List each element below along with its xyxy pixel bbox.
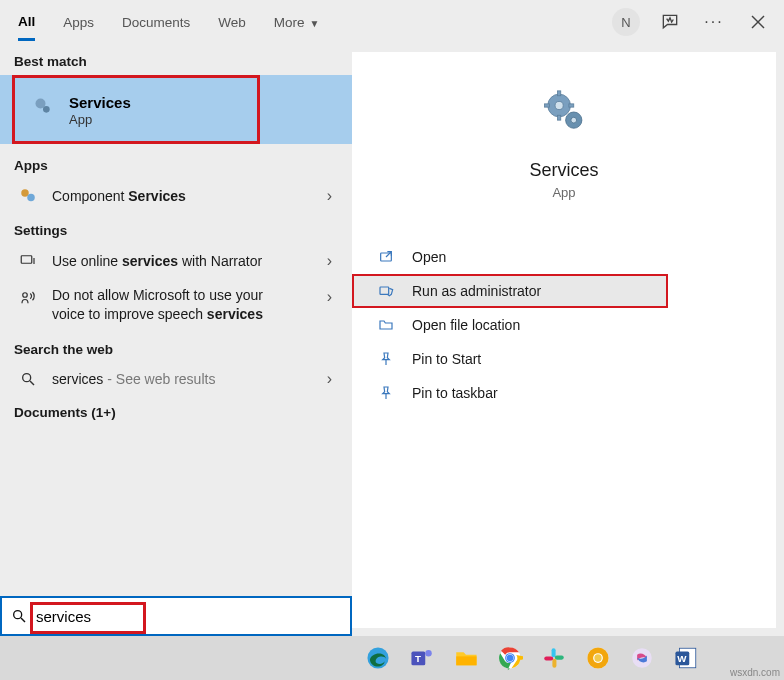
action-label: Run as administrator [412,283,541,299]
close-button[interactable] [744,8,772,36]
admin-shield-icon [378,283,396,299]
action-label: Pin to taskbar [412,385,498,401]
action-run-as-admin[interactable]: Run as administrator [352,274,668,308]
tab-more[interactable]: More ▼ [274,5,319,39]
svg-rect-33 [552,648,556,657]
result-text: services [52,371,103,387]
detail-subtitle: App [352,185,776,200]
action-label: Open [412,249,446,265]
section-search-web: Search the web [0,332,352,363]
caret-down-icon: ▼ [307,18,320,29]
best-match-title: Services [69,94,131,111]
action-open-file-location[interactable]: Open file location [352,308,776,342]
taskbar-app-purple[interactable] [624,640,660,676]
svg-rect-19 [380,287,389,294]
open-icon [378,249,396,265]
svg-rect-13 [558,115,561,120]
taskbar-chrome[interactable] [492,640,528,676]
taskbar-word[interactable]: W [668,640,704,676]
detail-title: Services [352,160,776,181]
user-avatar[interactable]: N [612,8,640,36]
taskbar: T W [0,636,784,680]
tab-web[interactable]: Web [218,5,246,39]
taskbar-teams[interactable]: T [404,640,440,676]
section-best-match: Best match [0,44,352,75]
taskbar-chrome-canary[interactable] [580,640,616,676]
svg-point-8 [23,373,31,381]
svg-text:T: T [415,653,421,664]
taskbar-edge[interactable] [360,640,396,676]
search-tabs: All Apps Documents Web More ▼ N ··· [0,0,784,44]
speech-icon [16,289,40,307]
svg-rect-12 [558,91,561,96]
tab-apps[interactable]: Apps [63,5,94,39]
svg-point-27 [425,650,432,657]
svg-line-23 [21,618,25,622]
svg-point-3 [43,106,50,113]
pin-icon [378,351,396,367]
chevron-right-icon: › [327,370,332,388]
search-input[interactable] [36,598,350,634]
svg-rect-35 [552,659,556,668]
chevron-right-icon: › [327,252,332,270]
detail-panel-container: Services App Open Run as administrator O… [352,44,784,636]
action-pin-to-taskbar[interactable]: Pin to taskbar [352,376,776,410]
tab-more-label: More [274,15,305,30]
component-services-icon [16,187,40,205]
result-speech-services[interactable]: Do not allow Microsoft to use your voice… [0,278,352,332]
section-documents: Documents (1+) [0,395,352,426]
more-options-icon[interactable]: ··· [700,8,728,36]
result-suffix: - See web results [103,371,215,387]
best-match-item[interactable]: Services App [12,75,260,144]
services-gear-icon [33,96,53,120]
watermark: wsxdn.com [730,667,780,678]
feedback-icon[interactable] [656,8,684,36]
svg-line-9 [30,381,34,385]
search-bar[interactable] [0,596,352,636]
svg-point-5 [27,194,35,202]
best-match-subtitle: App [69,112,131,127]
result-text-bold: services [207,306,263,322]
section-apps: Apps [0,148,352,179]
result-text: Use online [52,253,122,269]
taskbar-slack[interactable] [536,640,572,676]
action-label: Pin to Start [412,351,481,367]
result-web-search[interactable]: services - See web results › [0,363,352,395]
search-icon [2,608,36,624]
result-narrator-services[interactable]: Use online services with Narrator › [0,244,352,278]
detail-panel: Services App Open Run as administrator O… [352,52,776,628]
svg-point-17 [571,117,577,123]
result-text: with Narrator [178,253,262,269]
svg-rect-28 [456,656,476,665]
tab-documents[interactable]: Documents [122,5,190,39]
svg-rect-14 [545,104,550,107]
svg-point-32 [507,655,514,662]
chevron-right-icon: › [327,187,332,205]
svg-point-4 [21,189,29,197]
action-open[interactable]: Open [352,240,776,274]
action-pin-to-start[interactable]: Pin to Start [352,342,776,376]
search-icon [16,371,40,387]
chevron-right-icon: › [327,288,332,306]
results-panel: Best match Services App Apps Component S… [0,44,352,636]
folder-icon [378,317,396,333]
detail-app-icon [352,86,776,138]
tab-all[interactable]: All [18,4,35,41]
svg-text:W: W [677,653,687,664]
detail-actions: Open Run as administrator Open file loca… [352,240,776,410]
taskbar-file-explorer[interactable] [448,640,484,676]
svg-point-40 [594,654,601,661]
svg-rect-34 [555,656,564,660]
result-text-bold: services [122,253,178,269]
pin-icon [378,385,396,401]
svg-point-41 [632,648,652,668]
svg-rect-15 [569,104,574,107]
section-settings: Settings [0,213,352,244]
svg-point-7 [23,293,28,298]
svg-point-22 [14,611,22,619]
result-text: Component [52,188,128,204]
action-label: Open file location [412,317,520,333]
result-component-services[interactable]: Component Services › [0,179,352,213]
result-text-bold: Services [128,188,186,204]
narrator-icon [16,252,40,270]
